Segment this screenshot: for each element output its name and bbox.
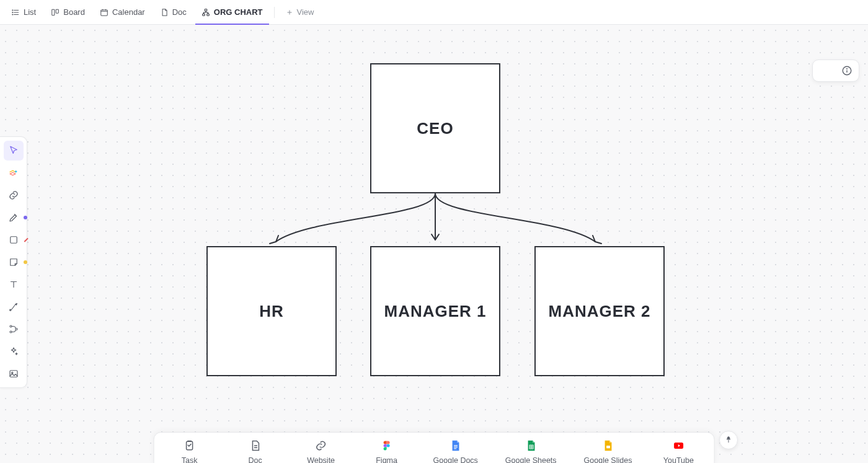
view-tab-doc[interactable]: Doc bbox=[154, 0, 193, 25]
view-tab-label: ORG CHART bbox=[214, 7, 263, 17]
embed-website[interactable]: Website bbox=[302, 439, 340, 463]
org-chart-icon bbox=[202, 8, 210, 17]
org-node-label: HR bbox=[259, 302, 284, 321]
org-node-hr[interactable]: HR bbox=[206, 246, 337, 376]
svg-rect-32 bbox=[454, 447, 458, 448]
add-view-button[interactable]: View bbox=[280, 0, 321, 25]
link2-icon bbox=[315, 439, 327, 452]
calendar-icon bbox=[100, 8, 108, 17]
gdocs-icon bbox=[450, 439, 462, 452]
view-tab-label: Doc bbox=[172, 7, 187, 17]
embed-google-sheets[interactable]: Google Sheets bbox=[505, 439, 557, 463]
embed-label: Task bbox=[182, 456, 198, 463]
info-button[interactable] bbox=[812, 60, 859, 82]
embed-doc[interactable]: Doc bbox=[236, 439, 275, 463]
org-node-manager-2[interactable]: MANAGER 2 bbox=[534, 246, 665, 376]
embed-label: Google Sheets bbox=[505, 456, 557, 463]
list-icon bbox=[11, 8, 20, 17]
svg-point-3 bbox=[12, 9, 13, 10]
add-view-label: View bbox=[297, 7, 314, 17]
embed-label: Figma bbox=[376, 456, 397, 463]
embed-label: Google Docs bbox=[433, 456, 478, 463]
embed-label: Website bbox=[307, 456, 335, 463]
svg-rect-7 bbox=[56, 9, 58, 13]
embed-label: Doc bbox=[248, 456, 262, 463]
org-node-ceo[interactable]: CEO bbox=[370, 63, 500, 193]
svg-point-26 bbox=[847, 69, 848, 69]
org-node-label: MANAGER 2 bbox=[548, 302, 650, 321]
figma-icon bbox=[381, 439, 393, 452]
embed-figma[interactable]: Figma bbox=[368, 439, 406, 463]
doc2-icon bbox=[249, 439, 262, 452]
svg-rect-31 bbox=[454, 445, 458, 446]
youtube-icon bbox=[672, 439, 684, 452]
gslides-icon bbox=[601, 439, 614, 452]
doc-icon bbox=[160, 8, 169, 17]
task-icon bbox=[184, 439, 196, 452]
svg-point-4 bbox=[12, 12, 13, 12]
pin-icon bbox=[724, 436, 733, 444]
embed-youtube[interactable]: YouTube bbox=[659, 439, 698, 463]
embed-bar: Task Doc Website Figma Google Docs Googl… bbox=[154, 432, 715, 463]
svg-rect-12 bbox=[205, 9, 207, 11]
view-tab-org-chart[interactable]: ORG CHART bbox=[195, 0, 269, 25]
svg-rect-8 bbox=[101, 9, 108, 15]
views-bar: List Board Calendar Doc ORG CHART View bbox=[0, 0, 868, 25]
svg-rect-13 bbox=[203, 14, 205, 15]
org-node-label: CEO bbox=[417, 119, 453, 138]
embed-label: YouTube bbox=[663, 456, 694, 463]
svg-point-5 bbox=[12, 14, 13, 14]
embed-label: Google Slides bbox=[584, 456, 632, 463]
svg-point-30 bbox=[387, 444, 390, 448]
svg-rect-6 bbox=[52, 9, 55, 15]
view-tab-label: Calendar bbox=[112, 7, 145, 17]
embed-google-docs[interactable]: Google Docs bbox=[433, 439, 478, 463]
org-chart: CEO HR MANAGER 1 MANAGER 2 bbox=[0, 25, 868, 463]
svg-rect-14 bbox=[207, 14, 210, 15]
gsheets-icon bbox=[525, 439, 537, 452]
pin-button[interactable] bbox=[719, 431, 738, 449]
info-icon bbox=[841, 65, 852, 76]
view-tab-calendar[interactable]: Calendar bbox=[94, 0, 151, 25]
divider bbox=[274, 7, 275, 18]
svg-rect-33 bbox=[454, 448, 456, 449]
embed-google-slides[interactable]: Google Slides bbox=[584, 439, 632, 463]
board-icon bbox=[51, 8, 60, 17]
view-tab-label: Board bbox=[63, 7, 85, 17]
embed-task[interactable]: Task bbox=[170, 439, 209, 463]
plus-icon bbox=[286, 9, 293, 16]
view-tab-list[interactable]: List bbox=[5, 0, 42, 25]
svg-rect-37 bbox=[606, 446, 610, 448]
view-tab-label: List bbox=[24, 7, 36, 17]
whiteboard-canvas[interactable]: CEO HR MANAGER 1 MANAGER 2 Task Doc Webs… bbox=[0, 25, 868, 463]
view-tab-board[interactable]: Board bbox=[45, 0, 91, 25]
org-node-label: MANAGER 1 bbox=[384, 302, 486, 321]
org-node-manager-1[interactable]: MANAGER 1 bbox=[370, 246, 500, 376]
